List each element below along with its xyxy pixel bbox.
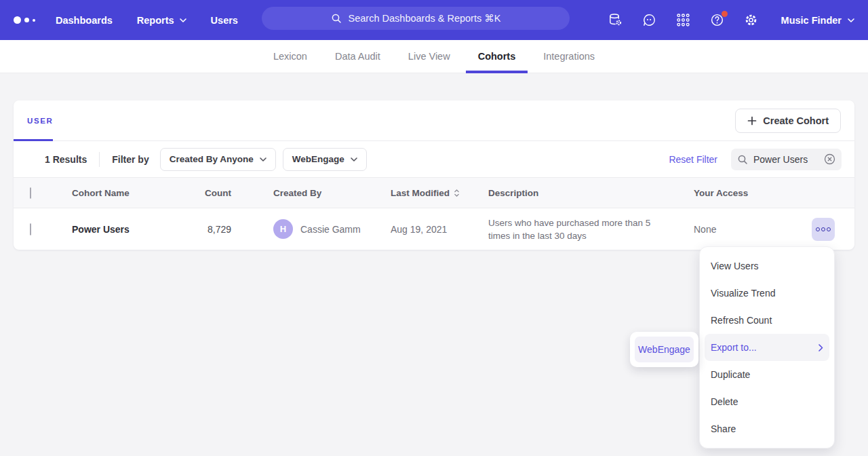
col-header-last-modified: Last Modified <box>391 188 450 198</box>
nav-link-label: Reports <box>137 15 174 26</box>
created-by-name: Cassie Gamm <box>300 224 361 235</box>
top-nav: Dashboards Reports Users Search Dashboar… <box>0 0 868 40</box>
select-all-checkbox[interactable] <box>30 187 31 199</box>
created-by-filter-value: Created By Anyone <box>170 154 254 164</box>
col-header-created-by: Created By <box>273 188 391 198</box>
tab-live-view[interactable]: Live View <box>408 40 450 73</box>
col-header-count: Count <box>191 188 273 198</box>
filter-bar: 1 Results Filter by Created By Anyone We… <box>14 141 854 178</box>
menu-item-export-to[interactable]: Export to... <box>705 334 829 361</box>
filter-by-label: Filter by <box>112 154 149 165</box>
clear-search-icon[interactable] <box>824 153 835 165</box>
tab-lexicon[interactable]: Lexicon <box>273 40 307 73</box>
integration-filter-dropdown[interactable]: WebEngage <box>283 148 367 171</box>
row-checkbox[interactable] <box>30 223 31 235</box>
create-cohort-button[interactable]: Create Cohort <box>735 109 841 133</box>
row-actions-button[interactable] <box>812 218 835 241</box>
more-options-icon <box>816 227 820 231</box>
search-icon <box>737 154 748 165</box>
reset-filter-link[interactable]: Reset Filter <box>669 154 717 165</box>
export-submenu: WebEngage <box>630 332 698 367</box>
col-header-access: Your Access <box>680 188 854 198</box>
cohort-search-input[interactable] <box>753 154 818 165</box>
sort-icon[interactable] <box>454 189 460 197</box>
cohorts-card: USER Create Cohort 1 Results Filter by C… <box>14 100 854 250</box>
card-header: USER Create Cohort <box>14 100 854 141</box>
help-icon[interactable] <box>709 12 726 28</box>
tab-cohorts[interactable]: Cohorts <box>478 40 516 73</box>
project-switcher[interactable]: Music Finder <box>781 15 854 26</box>
chevron-down-icon <box>351 157 357 162</box>
menu-item-visualize-trend[interactable]: Visualize Trend <box>700 280 834 307</box>
cohort-count: 8,729 <box>191 224 273 235</box>
table-header-row: Cohort Name Count Created By Last Modifi… <box>14 178 854 208</box>
create-cohort-label: Create Cohort <box>763 115 829 126</box>
nav-link-reports[interactable]: Reports <box>137 15 186 26</box>
col-header-name: Cohort Name <box>72 188 191 198</box>
row-actions-menu: View Users Visualize Trend Refresh Count… <box>699 246 835 449</box>
menu-item-label: Export to... <box>711 342 757 353</box>
submenu-item-webengage[interactable]: WebEngage <box>635 337 694 362</box>
nav-link-dashboards[interactable]: Dashboards <box>56 15 113 26</box>
table-row[interactable]: Power Users 8,729 H Cassie Gamm Aug 19, … <box>14 208 854 250</box>
cohort-search <box>731 149 842 170</box>
divider <box>99 152 100 167</box>
cohort-name: Power Users <box>72 224 191 235</box>
last-modified-date: Aug 19, 2021 <box>391 224 488 235</box>
chevron-down-icon <box>180 18 186 22</box>
nav-link-label: Dashboards <box>56 15 113 26</box>
created-by-filter-dropdown[interactable]: Created By Anyone <box>160 148 276 171</box>
menu-item-share[interactable]: Share <box>700 415 834 442</box>
plus-icon <box>747 116 757 126</box>
global-search-input[interactable]: Search Dashboards & Reports ⌘K <box>262 7 570 30</box>
apps-grid-icon[interactable] <box>675 12 692 28</box>
tab-integrations[interactable]: Integrations <box>543 40 595 73</box>
section-tabs: Lexicon Data Audit Live View Cohorts Int… <box>0 40 868 73</box>
menu-item-duplicate[interactable]: Duplicate <box>700 361 834 388</box>
search-icon <box>331 13 342 24</box>
avatar: H <box>273 219 293 239</box>
notification-dot <box>722 11 728 17</box>
chevron-down-icon <box>260 157 267 162</box>
mixpanel-logo-icon[interactable] <box>14 16 35 24</box>
tab-user-cohorts[interactable]: USER <box>27 117 53 125</box>
cohort-description: Users who have purchased more than 5 tim… <box>488 216 680 242</box>
tab-data-audit[interactable]: Data Audit <box>335 40 380 73</box>
project-name: Music Finder <box>781 15 842 26</box>
data-management-icon[interactable] <box>608 12 624 28</box>
nav-link-label: Users <box>211 15 238 26</box>
settings-icon[interactable] <box>743 12 760 28</box>
nav-link-users[interactable]: Users <box>211 15 238 26</box>
messages-icon[interactable] <box>642 12 658 28</box>
col-header-description: Description <box>488 188 680 198</box>
results-count: 1 Results <box>45 154 87 165</box>
menu-item-delete[interactable]: Delete <box>700 388 834 415</box>
global-search-placeholder: Search Dashboards & Reports ⌘K <box>349 13 501 24</box>
active-tab-underline <box>14 139 53 141</box>
menu-item-view-users[interactable]: View Users <box>700 252 834 280</box>
access-value: None <box>694 224 716 235</box>
menu-item-refresh-count[interactable]: Refresh Count <box>700 307 834 334</box>
chevron-down-icon <box>848 18 854 22</box>
integration-filter-value: WebEngage <box>292 154 344 164</box>
chevron-right-icon <box>818 344 823 352</box>
